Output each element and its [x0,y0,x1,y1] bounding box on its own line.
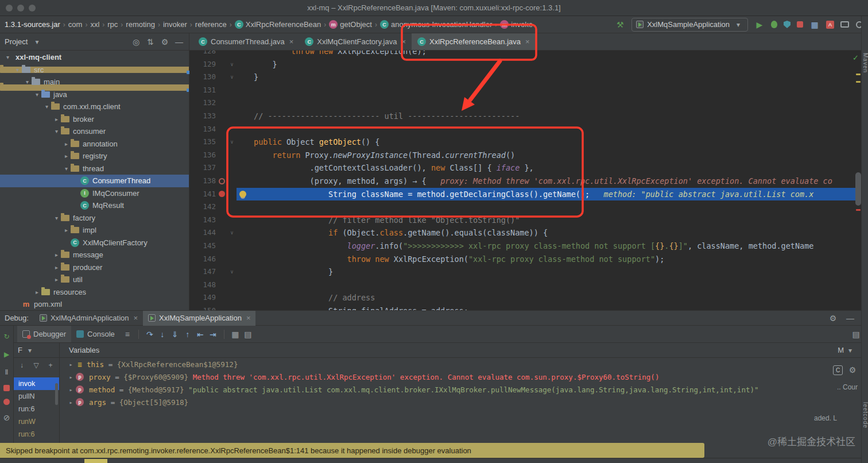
fold-marker-icon[interactable]: ∨ [227,226,237,240]
project-tree-item[interactable]: ▸impl [0,224,189,237]
breadcrumb-item[interactable]: invoker [163,20,187,29]
variable-row[interactable]: ▸pmethod = {Method@5917} "public abstrac… [60,383,861,396]
settings-gear-icon[interactable]: ⚙ [847,365,858,375]
window-close-button[interactable] [6,5,13,11]
code-area[interactable]: 128 throw new XxlRpcException(e);129∨ }1… [189,51,861,310]
breadcrumb-item[interactable]: remoting [126,20,155,29]
code-line-body[interactable]: } [237,265,861,279]
fold-marker-icon[interactable]: ∨ [227,58,237,71]
pause-button[interactable]: Ⅱ [2,367,12,377]
project-tree-item[interactable]: CConsumerThread [0,175,189,187]
breadcrumb-item[interactable]: CXxlRpcReferenceBean [235,20,321,29]
project-tree-item[interactable]: ▾consumer [0,125,189,138]
tree-chevron-icon[interactable]: ▾ [42,103,51,110]
editor-tab[interactable]: CConsumerThread.java× [193,33,299,50]
window-minimize-button[interactable] [17,5,24,11]
editor-scrollbar[interactable] [855,172,861,206]
mute-breakpoints-button[interactable]: ⊘ [2,412,12,423]
step-over-button[interactable]: ↷ [145,329,155,339]
tree-chevron-icon[interactable]: ▾ [3,54,12,60]
project-tree-item[interactable]: mpom.xml [0,298,189,310]
code-line-body[interactable] [237,200,861,214]
close-icon[interactable]: × [134,314,138,322]
settings-gear-icon[interactable]: ⚙ [828,313,838,323]
breadcrumb-item[interactable]: xxl [90,20,99,29]
run-config-select[interactable]: XxlMqSampleApplication ▾ [631,18,748,32]
code-line-body[interactable] [237,279,861,292]
project-tree-item[interactable]: ▸resources [0,286,189,299]
restore-layout-button[interactable]: ▤ [851,329,861,339]
project-tree-item[interactable]: ▾factory [0,212,189,225]
editor-tab[interactable]: CXxlRpcReferenceBean.java× [412,33,536,50]
code-line-body[interactable]: String finalAddress = address; [237,304,861,310]
code-line-body[interactable] [237,123,861,136]
project-tree-item[interactable]: ▾src [0,64,189,76]
fold-marker-icon[interactable]: ∨ [227,71,237,84]
step-into-button[interactable]: ↓ [157,329,168,339]
code-line-body[interactable]: .getContextClassLoader(), new Class[] { … [237,161,861,175]
chevron-down-icon[interactable]: ▾ [32,37,42,47]
arrow-down-icon[interactable]: ↓ [17,360,27,371]
thread-selector[interactable]: F ▾ [14,343,59,358]
variable-row[interactable]: ▸pproxy = {$Proxy60@5909} Method threw '… [60,371,861,383]
frames-scrollbar[interactable] [55,383,58,405]
tree-chevron-icon[interactable]: ▸ [52,264,61,271]
project-tree-item[interactable]: CMqResult [0,199,189,212]
breadcrumb-item[interactable]: minvoke [500,20,533,29]
code-line-body[interactable]: } [237,58,861,71]
window-zoom-button[interactable] [29,5,36,11]
code-line-body[interactable]: String className = method.getDeclaringCl… [237,188,861,201]
layout-menu-icon[interactable]: ≡ [122,329,133,339]
project-tree-item[interactable]: ▾com.xxl.mq.client [0,101,189,113]
tree-chevron-icon[interactable]: ▸ [52,276,61,283]
project-tree-item[interactable]: IIMqConsumer [0,187,189,200]
add-icon[interactable]: + [45,360,56,371]
layout-settings-button[interactable]: ▤ [243,329,253,339]
close-icon[interactable]: × [525,37,530,46]
breadcrumb-item[interactable]: rpc [107,20,118,29]
tree-chevron-icon[interactable]: ▸ [62,227,71,233]
breadcrumb-item[interactable]: reference [195,20,227,29]
tree-chevron-icon[interactable]: ▸ [62,141,71,147]
run-button[interactable]: ▶ [754,20,765,30]
project-tree-item[interactable]: ▸registry [0,150,189,163]
debug-view-tab[interactable]: Console [71,326,120,342]
run-to-cursor-button[interactable]: ⇥ [208,329,218,339]
screen-share-icon[interactable] [840,21,849,28]
force-step-into-button[interactable]: ⇓ [170,329,180,339]
code-line-body[interactable]: logger.info(">>>>>>>>>>>> xxl-rpc proxy … [237,240,861,253]
chevron-right-icon[interactable]: ▸ [67,387,75,393]
breakpoint-ring-icon[interactable] [219,178,225,184]
code-line-body[interactable] [237,97,861,110]
code-line-body[interactable]: throw new XxlRpcException(e); [237,51,861,58]
code-line-body[interactable]: // ------------------------ util -------… [237,110,861,123]
drop-frame-button[interactable]: ⇤ [195,329,206,339]
code-line-body[interactable] [237,84,861,97]
warning-stripe-mark[interactable] [856,81,861,83]
project-tree-item[interactable]: ▸message [0,249,189,261]
view-breakpoints-button[interactable] [3,399,10,405]
tree-chevron-icon[interactable]: ▸ [52,116,61,122]
editor-tab[interactable]: CXxlMqClientFactory.java× [299,33,412,50]
step-out-button[interactable]: ↑ [183,329,193,339]
breakpoint-dot-icon[interactable] [219,191,225,197]
tree-chevron-icon[interactable]: ▸ [33,289,41,295]
stack-frame-item[interactable]: pullN [14,390,59,403]
breadcrumb-item[interactable]: com [68,20,83,29]
project-tree-item[interactable]: CXxlMqClientFactory [0,237,189,249]
inspections-ok-icon[interactable]: ✓ [852,53,859,62]
hide-panel-button[interactable]: — [174,37,184,47]
close-icon[interactable]: × [289,37,294,46]
code-line-body[interactable]: } [237,71,861,84]
error-stripe-mark[interactable] [856,209,861,211]
breadcrumb-item[interactable]: mgetObject [329,20,372,29]
coverage-badge[interactable]: C [833,365,843,375]
locate-file-button[interactable]: ◎ [131,37,141,47]
code-line-body[interactable]: return Proxy.newProxyInstance(Thread.cur… [237,149,861,162]
code-line-body[interactable]: // filter method like "Object.toString()… [237,214,861,227]
stack-frame-item[interactable]: run:6 [14,428,59,441]
chevron-right-icon[interactable]: ▸ [67,361,75,368]
project-tree-item[interactable]: ▾xxl-mq-client [0,51,189,64]
resume-button[interactable]: ▶ [2,349,12,360]
stop-button[interactable] [3,385,10,391]
